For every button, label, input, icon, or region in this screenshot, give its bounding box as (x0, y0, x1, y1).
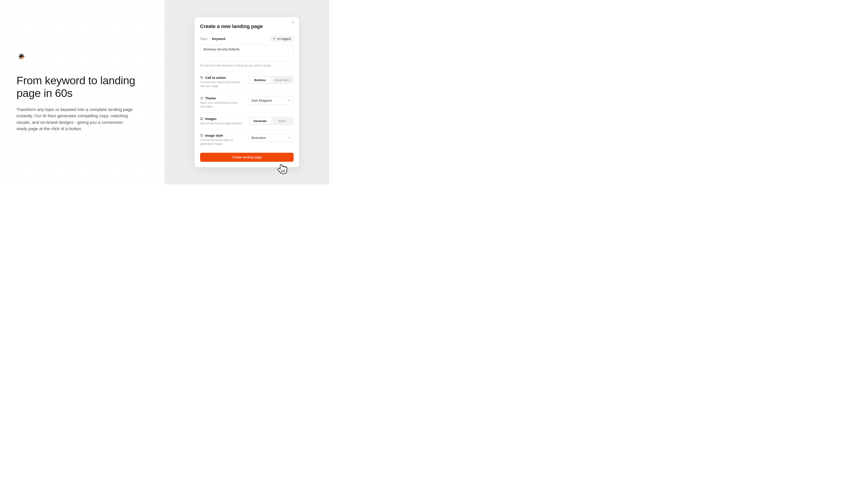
svg-point-1 (202, 97, 202, 98)
image-style-desc: Choose the visual style for generated im… (200, 138, 243, 146)
images-desc: Add visuals to your page sections (200, 122, 243, 125)
theme-desc: Apply your saved brand colors and styles (200, 101, 243, 109)
images-opt-none[interactable]: None (271, 118, 293, 125)
chevron-down-icon (287, 99, 291, 102)
cta-desc: Choose how visitors will interact with y… (200, 80, 243, 88)
image-icon (200, 117, 204, 121)
theme-select[interactable]: Dark Elegance (248, 96, 293, 105)
create-landing-page-modal: Create a new landing page Topic Keyword … (195, 17, 299, 167)
cta-opt-email[interactable]: Email form (271, 76, 293, 84)
svg-point-4 (201, 119, 202, 119)
images-label: Images (205, 117, 217, 121)
modal-title: Create a new landing page (200, 24, 293, 29)
sparkle-icon (273, 37, 276, 40)
svg-rect-3 (200, 118, 203, 120)
image-style-label: Image style (205, 134, 223, 137)
theme-label: Theme (205, 96, 216, 100)
hero-panel: From keyword to landing page in 60s Tran… (0, 0, 164, 184)
images-opt-generate[interactable]: Generate (249, 118, 271, 125)
image-style-select[interactable]: Illustration (248, 134, 293, 142)
cta-label: Call to action (205, 76, 226, 79)
palette-icon (200, 97, 204, 100)
close-button[interactable] (291, 20, 296, 25)
input-mode-tabs: Topic Keyword (200, 37, 225, 41)
svg-point-2 (202, 98, 203, 98)
cursor-click-icon (200, 76, 204, 79)
image-style-selected: Illustration (251, 136, 266, 140)
ai-suggest-button[interactable]: AI suggest (270, 36, 293, 42)
chevron-down-icon (287, 136, 291, 139)
hero-body: Transform any topic or keyword into a co… (17, 106, 134, 132)
preview-panel: Create a new landing page Topic Keyword … (164, 0, 329, 184)
images-segmented: Generate None (248, 117, 293, 125)
keyword-input[interactable] (200, 44, 293, 61)
spinner-icon (17, 57, 26, 66)
svg-point-0 (201, 98, 202, 98)
tab-topic[interactable]: Topic (200, 37, 208, 41)
keyword-helper: Provide the main keyword or ad group you… (200, 64, 293, 67)
create-landing-page-button[interactable]: Create landing page (200, 153, 293, 162)
theme-selected: Dark Elegance (251, 99, 272, 102)
hero-heading: From keyword to landing page in 60s (17, 74, 143, 100)
cta-segmented: Buttons Email form (248, 76, 293, 84)
cta-opt-buttons[interactable]: Buttons (249, 76, 271, 84)
image-style-icon (200, 134, 204, 137)
close-icon (291, 20, 295, 24)
tab-keyword[interactable]: Keyword (212, 37, 225, 41)
ai-suggest-label: AI suggest (277, 37, 291, 40)
